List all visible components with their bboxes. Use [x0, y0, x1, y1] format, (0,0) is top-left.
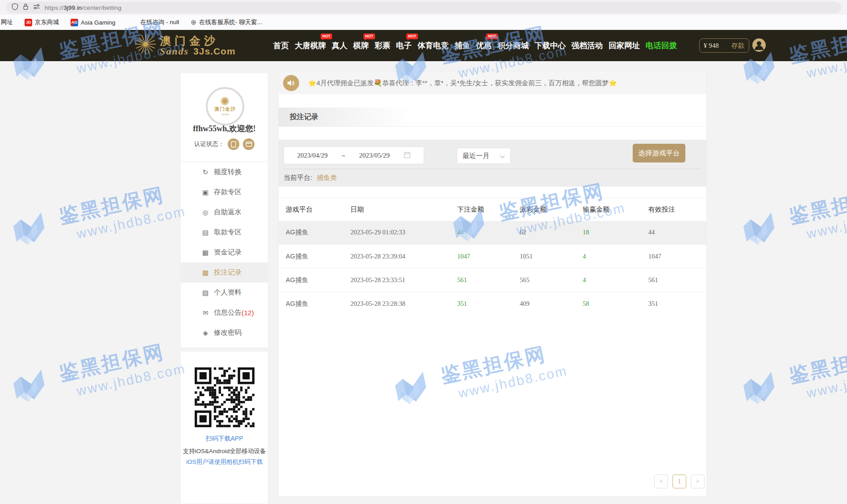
avatar-sunburst-icon: ✺	[220, 97, 230, 106]
nav-chess[interactable]: 棋牌HOT	[353, 40, 369, 51]
auth-status-label: 认证状态：	[194, 140, 225, 148]
next-page-button[interactable]: >	[691, 475, 705, 488]
mail-icon: ✉	[201, 309, 209, 317]
range-select[interactable]: 最近一月	[457, 148, 511, 164]
bookmark-online-consult[interactable]: 在线咨询 - null	[140, 18, 179, 26]
jhdb-shield-icon	[8, 362, 59, 413]
speaker-icon	[283, 75, 299, 91]
calendar-icon	[404, 151, 411, 160]
col-bet-amount: 下注金额	[450, 198, 513, 221]
sidebar-item-betting-record[interactable]: ▩投注记录	[181, 262, 268, 283]
sidebar-item-funds-record[interactable]: ▦资金记录	[181, 242, 268, 262]
watermark-url: www.jhdb8.com	[805, 204, 847, 242]
cell-payout: 1051	[513, 245, 576, 268]
col-date: 日期	[343, 198, 450, 221]
withdraw-icon: ▤	[201, 229, 209, 237]
table-row: AG捕鱼 2023-05-29 01:02:33 44 62 18 44	[279, 221, 706, 245]
sidebar-item-profile[interactable]: ▨个人资料	[181, 283, 268, 303]
cell-date: 2023-05-28 23:28:38	[343, 292, 450, 316]
cell-bet: 561	[450, 268, 513, 292]
rebate-icon: ◎	[201, 208, 209, 217]
cell-payout: 565	[513, 268, 576, 292]
sidebar-item-deposit[interactable]: ▣存款专区	[181, 182, 268, 202]
welcome-text: ffhw55wh,欢迎您!	[181, 123, 268, 134]
sidebar-menu: ↻额度转换 ▣存款专区 ◎自助返水 ▤取款专区 ▦资金记录 ▩投注记录 ▨个人资…	[181, 162, 268, 343]
lock-icon	[23, 3, 29, 12]
filter-divider	[284, 169, 701, 169]
hot-badge: HOT	[406, 33, 418, 39]
sidebar-item-rebate[interactable]: ◎自助返水	[181, 202, 268, 222]
watermark: 鉴黑担保网www.jhdb8.com	[8, 178, 188, 256]
nav-lottery[interactable]: 彩票	[375, 40, 390, 51]
site-logo[interactable]: 澳门金沙 Sands 3Js.Com	[134, 33, 236, 58]
sidebar-item-messages[interactable]: ✉信息公告(12)	[181, 303, 268, 323]
nav-download[interactable]: 下载中心	[534, 40, 566, 51]
page-1-button[interactable]: 1	[672, 475, 686, 488]
nav-sports-esports[interactable]: 体育电竞	[417, 40, 449, 51]
nav-points-mall[interactable]: 积分商城	[497, 40, 529, 51]
qr-ios-link[interactable]: iOS用户请使用相机扫码下载	[181, 458, 268, 466]
cell-valid: 561	[641, 268, 706, 292]
cell-valid: 1047	[641, 245, 706, 268]
nav-home[interactable]: 首页	[273, 40, 289, 51]
watermark-url: www.jhdb8.com	[805, 363, 847, 401]
choose-platform-button[interactable]: 选择游戏平台	[633, 144, 685, 162]
watermark-title: 鉴黑担保网	[57, 335, 184, 387]
user-avatar-icon[interactable]	[752, 38, 766, 54]
chevron-down-icon	[500, 152, 505, 160]
funds-record-icon: ▦	[201, 249, 209, 257]
url-field[interactable]: https://3j99.in/center/betting	[6, 2, 841, 13]
nav-live[interactable]: 真人	[332, 40, 347, 51]
date-to-value[interactable]: 2023/05/29	[359, 152, 389, 159]
download-qr-code	[195, 367, 255, 427]
watermark: 鉴黑担保网www.jhdb8.com	[739, 337, 847, 416]
pagination: < 1 >	[654, 475, 705, 488]
cell-winloss: 4	[576, 245, 641, 268]
sidebar-item-change-password[interactable]: ◈修改密码	[181, 323, 268, 343]
bookmark-wangzhi[interactable]: 网址	[1, 18, 13, 26]
cell-winloss: 18	[576, 221, 641, 245]
current-platform-label: 当前平台:	[284, 174, 312, 181]
date-range-input[interactable]: 2023/04/29 ~ 2023/05/29	[284, 146, 424, 164]
prev-page-button[interactable]: <	[654, 475, 668, 488]
nav-datang-chess[interactable]: 大唐棋牌HOT	[295, 40, 326, 51]
nav-events[interactable]: 强档活动	[572, 40, 603, 51]
table-row: AG捕鱼 2023-05-28 23:33:51 561 565 4 561	[279, 268, 706, 292]
cell-bet: 1047	[450, 245, 513, 268]
bookmark-asia-gaming[interactable]: AGAsia Gaming	[71, 19, 115, 26]
jhdb-shield-icon	[739, 365, 789, 416]
watermark: 鉴黑担保网www.jhdb8.com	[8, 335, 188, 413]
watermark-url: www.jhdb8.com	[75, 361, 187, 399]
nav-promos[interactable]: 优惠HOT	[476, 40, 492, 51]
announcement-text: ⭐4月代理佣金已派发💐恭喜代理：李**，章*，吴*先生/女士，获实发佣金前三，百…	[308, 79, 617, 87]
shield-icon	[12, 3, 18, 12]
cell-platform: AG捕鱼	[279, 221, 343, 245]
watermark-title: 鉴黑担保网	[787, 178, 847, 230]
current-platform-value[interactable]: 捕鱼类	[317, 174, 337, 181]
qr-download-link[interactable]: 扫码下载APP	[181, 435, 268, 443]
browser-url-bar: https://3j99.in/center/betting	[0, 0, 847, 15]
sidebar-item-quota-transfer[interactable]: ↻额度转换	[181, 162, 268, 182]
ag-icon: AG	[71, 19, 78, 26]
watermark: 鉴黑担保网www.jhdb8.com	[739, 178, 847, 256]
cell-winloss: 58	[576, 292, 641, 316]
nav-home-url[interactable]: 回家网址	[609, 40, 640, 51]
nav-phone-callback[interactable]: 电话回拨	[646, 40, 677, 51]
bookmark-jd[interactable]: JD京东商城	[25, 18, 59, 26]
cell-date: 2023-05-28 23:33:51	[343, 268, 450, 292]
cell-valid: 351	[641, 292, 706, 316]
bookmark-online-service[interactable]: ⊕在线客服系统- 聊天窗...	[191, 18, 262, 26]
nav-slots[interactable]: 电子HOT	[396, 40, 412, 51]
profile-icon: ▨	[201, 289, 209, 297]
date-from-value[interactable]: 2023/04/29	[297, 152, 327, 159]
main-panel: ⭐4月代理佣金已派发💐恭喜代理：李**，章*，吴*先生/女士，获实发佣金前三，百…	[278, 71, 707, 496]
page-title: 投注记录	[290, 112, 318, 122]
nav-fishing[interactable]: 捕鱼	[455, 40, 470, 51]
filter-panel: 2023/04/29 ~ 2023/05/29 最近一月 选择游戏平台 当前平台…	[279, 140, 706, 187]
betting-record-icon: ▩	[201, 269, 209, 277]
deposit-button[interactable]: 存款	[731, 42, 745, 50]
sidebar-item-withdraw[interactable]: ▤取款专区	[181, 222, 268, 242]
balance-box: ¥ 948 存款	[699, 38, 749, 53]
message-count-badge: (12)	[242, 309, 254, 317]
cell-platform: AG捕鱼	[279, 268, 343, 292]
